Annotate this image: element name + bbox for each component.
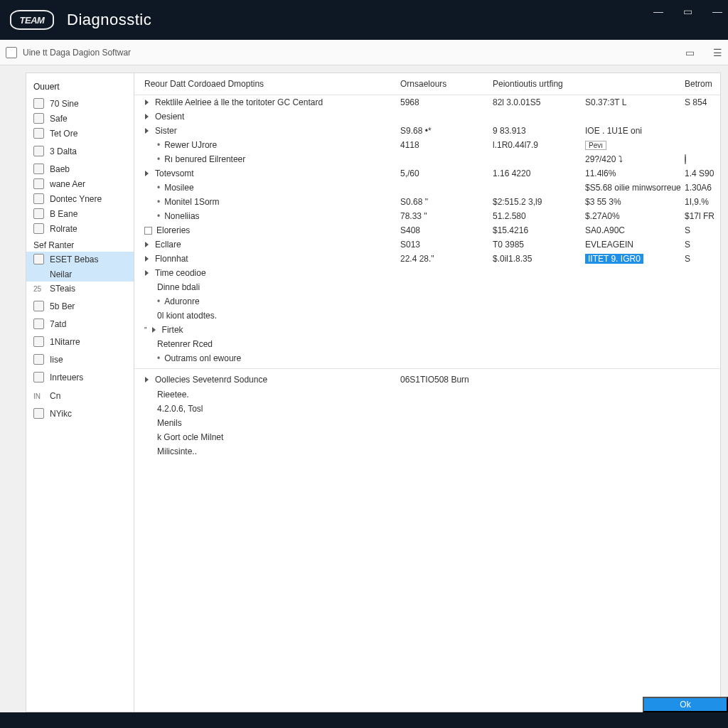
sidebar-item-label: 5b Ber [50, 301, 75, 311]
gear-icon[interactable] [685, 154, 686, 164]
sidebar-item[interactable]: INCn [26, 389, 134, 403]
sidebar-item[interactable]: 1Nitarre [26, 334, 134, 349]
sidebar-item-label: 1Nitarre [50, 337, 80, 347]
expander-icon[interactable] [144, 128, 151, 134]
column-headers: Reour Datt Cordoaed Dmoptins Ornsaelours… [134, 73, 720, 95]
table-row[interactable]: Totevsomt5,/601.16 422011.4l6%1.4 S90 [134, 166, 720, 181]
sidebar-item[interactable]: Baeb [26, 161, 134, 176]
table-row[interactable]: "Firtek [134, 323, 720, 337]
sidebar-item[interactable]: wane Aer [26, 176, 134, 191]
module-icon [33, 208, 44, 219]
cell: 4118 [400, 140, 493, 150]
maximize-icon[interactable]: ▭ [683, 6, 692, 17]
sidebar-item[interactable]: B Eane [26, 206, 134, 221]
column-header-3[interactable] [585, 79, 685, 89]
sidebar-item-active[interactable]: ESET Bebas [26, 252, 134, 267]
module-icon [33, 193, 44, 204]
sidebar-item-label: NYikc [50, 409, 72, 419]
row-name: Menils [157, 418, 182, 428]
sidebar-item[interactable]: Iise [26, 352, 134, 367]
sidebar-item[interactable]: NYikc [26, 406, 134, 421]
table-row[interactable]: • Outrams onl ewoure [134, 351, 720, 365]
cell: $.27A0% [585, 211, 685, 221]
table-row[interactable]: Milicsinte.. [134, 444, 720, 459]
table-row[interactable]: Oesient [134, 109, 720, 124]
expander-icon[interactable] [144, 114, 151, 120]
table-row[interactable]: • Aduronre [134, 294, 720, 309]
close-icon[interactable]: — [712, 6, 722, 17]
cell: 78.33 " [400, 211, 493, 221]
table-row[interactable]: Retenrer Rced [134, 337, 720, 351]
sidebar: Ouuert 70 Sine Safe Tet Ore 3 Dalta Baeb… [26, 73, 134, 712]
table-row[interactable]: Menils [134, 416, 720, 430]
expander-icon[interactable] [151, 327, 158, 333]
sidebar-item-label: Tet Ore [50, 129, 77, 139]
row-name: Oesient [155, 112, 184, 122]
sidebar-item[interactable]: Inrteuers [26, 370, 134, 385]
sidebar-item[interactable]: 25STeais [26, 282, 134, 296]
row-name: Rieetee. [157, 390, 189, 400]
row-name: Flonnhat [155, 254, 188, 264]
table-row[interactable]: • Mosilee$S5.68 oilie minwsorreue1.30A6 [134, 181, 720, 195]
app-title: Diagnosstic [67, 11, 151, 29]
window-list-icon[interactable]: ▭ [685, 47, 695, 58]
module-icon [33, 318, 44, 329]
expander-icon[interactable] [144, 171, 151, 177]
module-icon [33, 301, 44, 311]
row-name: Mosilee [164, 183, 193, 193]
sidebar-item[interactable]: 3 Dalta [26, 144, 134, 159]
module-icon [33, 98, 44, 109]
bullet-icon: • [157, 211, 160, 221]
sidebar-item[interactable]: 5b Ber [26, 299, 134, 314]
cell: 1I,9.% [685, 197, 721, 207]
expander-icon[interactable] [144, 270, 151, 277]
cell: 1.16 4220 [493, 168, 585, 178]
table-row[interactable]: Time ceodioe [134, 266, 720, 280]
table-row[interactable]: • Noneliias78.33 "51.2.580$.27A0%$17l FR [134, 209, 720, 223]
sidebar-item[interactable]: 70 Sine [26, 96, 134, 111]
titlebar: TEAM Diagnosstic — ▭ — [0, 0, 728, 40]
expander-icon[interactable] [144, 100, 151, 106]
table-row[interactable]: • Rewer UJrore4118l.1R0.44l7.9Pevı [134, 138, 720, 152]
expander-icon[interactable] [144, 377, 151, 383]
row-name: Firtek [162, 325, 183, 335]
table-row[interactable]: 4.2.0.6, Tosl [134, 402, 720, 416]
section-row[interactable]: Oollecies Sevetenrd Sodunce 06S1TIO508 B… [134, 370, 720, 387]
expander-icon[interactable] [144, 242, 151, 248]
table-row[interactable]: Flonnhat22.4 28."$.0il1.8.35IITET 9. IGR… [134, 252, 720, 266]
section-divider [134, 368, 720, 369]
ok-button[interactable]: Ok [643, 697, 728, 712]
table-row[interactable]: Dinne bdali [134, 280, 720, 294]
sidebar-item-label: Rolrate [50, 224, 77, 234]
column-header-name[interactable]: Reour Datt Cordoaed Dmoptins [144, 79, 400, 89]
document-icon[interactable] [6, 47, 17, 58]
table-row[interactable]: 0l kiont atodtes. [134, 309, 720, 323]
table-row[interactable]: Rektlile Aelriee á lle the toritoter GC … [134, 95, 720, 109]
sidebar-item-active[interactable]: Neilar [26, 267, 134, 282]
cell: IOE . 1U1E oni [585, 126, 685, 136]
table-row[interactable]: EloreriesS408$15.4216SA0.A90CS [134, 223, 720, 237]
cell: S [685, 240, 721, 250]
table-row[interactable]: • Rı benured Eilrenteer29?/420 ⤵ [134, 152, 720, 166]
table-row[interactable]: • Monitel 1SormS0.68 "$2:515.2 3,l9$3 55… [134, 195, 720, 209]
table-row[interactable]: SisterS9.68 •*9 83.913IOE . 1U1E oni [134, 124, 720, 138]
sidebar-item[interactable]: Rolrate [26, 221, 134, 236]
sidebar-item[interactable]: 7atd [26, 316, 134, 331]
sidebar-item[interactable]: Tet Ore [26, 126, 134, 141]
column-header-4[interactable]: Betrom [685, 79, 721, 89]
sidebar-item[interactable]: Dontec Ynere [26, 191, 134, 206]
column-header-2[interactable]: Peiontioutis urtfing [493, 79, 585, 89]
expander-icon[interactable] [144, 256, 151, 262]
cell: S 854 [685, 97, 721, 107]
cell: 1.30A6 [685, 183, 721, 193]
column-header-1[interactable]: Ornsaelours [400, 79, 493, 89]
minimize-icon[interactable]: — [653, 6, 663, 17]
table-row[interactable]: Rieetee. [134, 387, 720, 402]
table-row[interactable]: EcllareS013T0 3985EVLEAGEINS [134, 237, 720, 252]
module-icon [33, 223, 44, 234]
table-row[interactable]: k Gort ocle Milnet [134, 430, 720, 444]
module-icon [33, 336, 44, 347]
sidebar-item[interactable]: Safe [26, 111, 134, 126]
checkbox[interactable] [144, 227, 152, 235]
hamburger-menu-icon[interactable]: ☰ [713, 47, 722, 58]
